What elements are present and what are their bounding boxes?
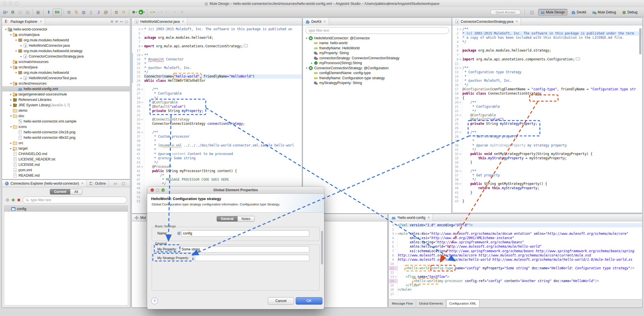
tab-mule-panel[interactable]: Mul [132, 214, 149, 221]
code-line[interactable]: 35 [452, 165, 642, 169]
code-line[interactable]: 32 [132, 113, 302, 117]
tree-row[interactable]: ▾doc [2, 113, 130, 119]
code-line[interactable]: 13 * Configuration type Strategy [452, 70, 642, 74]
tree-row[interactable]: README.md [2, 173, 130, 178]
code-line[interactable]: 16</mule> [389, 288, 642, 292]
tree-row[interactable]: configElementName: config-type [303, 71, 451, 76]
expand-icon[interactable]: ▸ [9, 104, 13, 107]
connections-filter-input[interactable] [30, 198, 124, 202]
maximize-icon[interactable]: ▢ [122, 181, 125, 185]
refresh-icon[interactable]: ⟳ [120, 9, 127, 16]
tree-row[interactable]: myStrategyProperty: String [303, 81, 451, 86]
code-line[interactable]: 21 * Configurable [452, 105, 642, 109]
mule-import-icon[interactable]: ⬆ [45, 9, 52, 16]
code-line[interactable]: 33⊖ @ConnectionStrategy [132, 117, 302, 122]
collapse-icon[interactable]: ▾ [9, 115, 13, 117]
code-line[interactable]: 26 [452, 126, 642, 130]
code-line[interactable]: 5 xmlns:spring="http://www.springframewo… [389, 240, 642, 244]
code-line[interactable]: 40 * [132, 148, 302, 152]
code-line[interactable]: 10 [389, 262, 642, 266]
code-line[interactable]: 40 return this.myStrategyProperty; [452, 186, 642, 190]
tree-row[interactable]: CHANGELOG.md [2, 151, 130, 156]
code-line[interactable]: 37 * Get property [452, 173, 642, 178]
copy-resource-icon[interactable]: ⧉ [65, 9, 72, 16]
server-icon[interactable]: ▯ [88, 9, 94, 16]
delete-icon[interactable]: ✖ [178, 9, 185, 16]
perspective-devkit[interactable]: Devkit [569, 9, 588, 15]
dialog-scrollbar[interactable] [321, 231, 323, 264]
code-line[interactable]: 24 @Default("value") [452, 117, 642, 122]
tree-row[interactable]: ▸JRE System Library [JavaSe-1.7] [2, 102, 130, 108]
open-perspective-icon[interactable]: ◫ [529, 9, 536, 16]
code-line[interactable]: 20* [132, 62, 302, 66]
tab-connections-explorer[interactable]: Connections Explorer (hello-world-connec… [2, 180, 87, 187]
code-line[interactable]: 8http://www.mulesoft.org/schema/mule/cor… [389, 253, 642, 258]
fold-collapse-icon[interactable]: ⊖ [394, 232, 398, 236]
fold-collapse-icon[interactable]: ⊖ [458, 27, 462, 31]
code-line[interactable]: 4 xmlns:xsi="http://www.w3.org/2001/XMLS… [389, 236, 642, 240]
tree-row[interactable]: ▾org.mule.modules.helloworld.strategy [2, 48, 130, 54]
minimize-window-button[interactable] [9, 2, 13, 5]
fold-collapse-icon[interactable]: ⊖ [140, 100, 144, 105]
fold-collapse-icon[interactable]: ⊖ [140, 130, 144, 134]
code-line[interactable]: 24ublic class HelloWorldConnector [132, 79, 302, 83]
minimize-icon[interactable]: ▭ [120, 20, 123, 23]
code-line[interactable]: 44⊖ @Processor [132, 165, 302, 169]
code-line[interactable]: 38 * [132, 139, 302, 143]
scope-all-button[interactable]: All [70, 189, 82, 194]
fold-expand-icon[interactable]: ⊕ [140, 27, 144, 31]
tree-row[interactable]: ▾src/test/resources [2, 81, 130, 86]
tab-general[interactable]: General [217, 216, 238, 221]
fold-collapse-icon[interactable]: ⊖ [140, 53, 144, 57]
vertical-scrollbar[interactable] [639, 28, 641, 54]
tree-row[interactable]: ▾src/main/java [2, 32, 130, 37]
code-line[interactable]: 27 * Configurable [132, 91, 302, 96]
maximize-icon[interactable]: ▢ [125, 20, 128, 23]
perspective-debug[interactable]: Debug [620, 9, 639, 15]
code-line[interactable]: 17@Configuration(configElementName = "co… [452, 87, 642, 91]
new-wizard-icon[interactable]: ⊞▾ [2, 9, 9, 16]
code-line[interactable]: 6package org.mule.modules.helloworld.str… [452, 48, 642, 53]
code-line[interactable]: 6ackage org.mule.modules.helloworld; [132, 36, 302, 40]
code-line[interactable]: 39⊖ public String getMyStrategyProperty(… [452, 182, 642, 186]
tree-row[interactable]: name: hello-world [303, 41, 451, 46]
name-input[interactable] [182, 230, 309, 237]
code-line[interactable]: 17 [389, 292, 642, 296]
close-icon[interactable]: ✕ [427, 216, 430, 219]
code-line[interactable]: 29 * [452, 139, 642, 143]
code-line[interactable]: 13⊖ <flow name="testFlow"> [389, 275, 642, 279]
code-line[interactable]: 21* @author MuleSoft, Inc. [132, 66, 302, 70]
code-line[interactable]: 28 * Set strategy property [452, 134, 642, 139]
gear-icon[interactable]: ⚙ [6, 198, 9, 202]
tab-notes[interactable]: Notes [238, 216, 254, 221]
xml-code-area[interactable]: 1<?xml version="1.0" encoding="UTF-8"?>2… [389, 221, 642, 299]
save-icon[interactable]: ▤ [17, 9, 24, 16]
tree-row[interactable]: src/main/resources [2, 59, 130, 64]
close-icon[interactable]: ✕ [81, 182, 84, 185]
code-line[interactable]: 34 } [452, 160, 642, 165]
code-line[interactable]: 25 [132, 83, 302, 87]
code-line[interactable]: 36⊖ /** [132, 130, 302, 134]
tree-row[interactable]: connectionStrategy: ConnectorConnectionS… [303, 56, 451, 61]
expand-icon[interactable]: ▸ [19, 77, 23, 79]
code-line[interactable]: 2⊕* (c) 2003-2015 MuleSoft, Inc. The sof… [132, 27, 302, 31]
code-line[interactable]: 16 */ [452, 83, 642, 87]
helloworld-code-area[interactable]: 2⊕* (c) 2003-2015 MuleSoft, Inc. The sof… [132, 25, 302, 213]
tab-helloworldconnector-java[interactable]: J HelloWorldConnector.java ✕ [132, 18, 187, 25]
zoom-window-button[interactable] [15, 2, 18, 5]
dialog-close-button[interactable] [151, 188, 154, 192]
fold-collapse-icon[interactable]: ⊖ [140, 165, 144, 169]
bottom-tab-message-flow[interactable]: Message Flow [389, 299, 416, 307]
tree-row[interactable]: ▸JConnectorConnectionStrategy.java [2, 54, 130, 59]
fold-collapse-icon[interactable]: ⊖ [458, 130, 462, 134]
code-line[interactable]: 7 [132, 40, 302, 44]
code-line[interactable]: 34 ConnectorConnectionStrategy connectio… [132, 122, 302, 126]
devkit-filter-input[interactable] [308, 28, 446, 33]
code-line[interactable]: 35 [132, 126, 302, 130]
tree-row[interactable]: friendlyName: Configuration type strateg… [303, 76, 451, 81]
close-icon[interactable]: ✕ [515, 20, 518, 23]
code-line[interactable]: 3* a copy of which has been included wit… [452, 36, 642, 40]
tree-row[interactable]: myProperty: String [303, 51, 451, 56]
collapse-icon[interactable]: ▾ [9, 82, 13, 85]
add-connection-icon[interactable]: ✚ [12, 198, 15, 202]
